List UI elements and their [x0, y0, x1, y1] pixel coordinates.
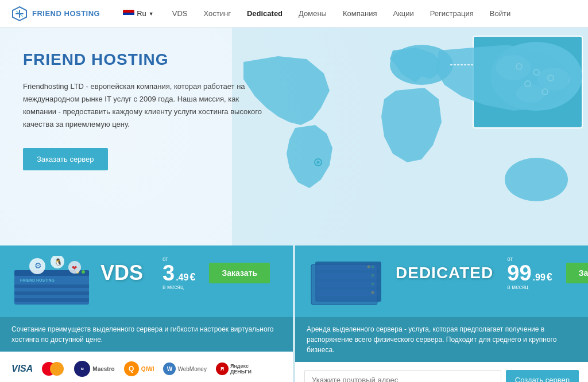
email-input[interactable] — [304, 370, 501, 382]
map-svg — [232, 28, 588, 245]
dedicated-price-period: в месяц — [507, 284, 552, 290]
logo[interactable]: FRIEND HOSTING — [11, 6, 100, 22]
dedicated-block: DEDICATED от 99 .99 € в месяц Заказать — [295, 245, 588, 382]
dedicated-title: DEDICATED — [396, 264, 493, 282]
svg-rect-41 — [311, 264, 377, 305]
nav-hosting[interactable]: Хостинг — [197, 6, 238, 21]
header: FRIEND HOSTING Ru ▼ VDS Хостинг Dedicate… — [0, 0, 588, 28]
visa-icon: VISA — [11, 364, 33, 374]
vds-order-button[interactable]: Заказать — [209, 263, 270, 283]
svg-rect-19 — [14, 284, 89, 288]
hero-section: FRIEND HOSTING Friendhosting LTD - европ… — [0, 28, 588, 245]
create-server-button[interactable]: Создать сервер — [506, 370, 579, 382]
yandex-money-icon: Я ЯндексДЕНЬГИ — [216, 362, 252, 375]
vds-price-main: 3 — [163, 262, 175, 284]
dedicated-price-decimal: .99 — [533, 272, 546, 283]
svg-point-16 — [317, 161, 320, 164]
payment-icons-bar: VISA M Maestro Q QIWI W W — [0, 352, 293, 382]
svg-rect-21 — [14, 298, 89, 302]
hero-title: FRIEND HOSTING — [23, 50, 264, 69]
dedicated-price-main: 99 — [507, 262, 531, 284]
flag-icon — [123, 10, 134, 18]
vds-price-period: в месяц — [163, 284, 195, 290]
vds-description: Сочетание преимуществ выделенного сервер… — [11, 325, 273, 344]
vds-title: VDS — [100, 261, 143, 285]
dedicated-description-bar: Аренда выделенного сервера - услуга, кот… — [295, 317, 588, 362]
lang-switcher[interactable]: Ru ▼ — [123, 9, 154, 18]
nav-company[interactable]: Компания — [336, 6, 384, 21]
nav-register[interactable]: Регистрация — [423, 6, 481, 21]
email-subscribe-bar: Создать сервер — [295, 362, 588, 382]
webmoney-icon: W WebMoney — [163, 362, 206, 375]
qiwi-icon: Q QIWI — [124, 361, 154, 376]
svg-text:⚙: ⚙ — [34, 261, 42, 270]
nav-login[interactable]: Войти — [483, 6, 517, 21]
nav-domains[interactable]: Домены — [292, 6, 334, 21]
lang-label: Ru — [137, 9, 146, 18]
svg-text:🐧: 🐧 — [54, 258, 63, 266]
vds-description-bar: Сочетание преимуществ выделенного сервер… — [0, 317, 293, 352]
vds-price-decimal: .49 — [176, 272, 188, 283]
hero-content: FRIEND HOSTING Friendhosting LTD - европ… — [23, 50, 264, 170]
dedicated-description: Аренда выделенного сервера - услуга, кот… — [307, 325, 556, 354]
svg-point-13 — [505, 158, 568, 201]
nav-vds[interactable]: VDS — [165, 6, 195, 21]
vds-server-image: FRIEND HOSTING ⚙ 🐧 ❤ — [11, 256, 95, 310]
logo-icon — [11, 6, 28, 22]
maestro-icon: M Maestro — [74, 361, 114, 377]
hero-description: Friendhosting LTD - европейская компания… — [23, 80, 264, 131]
lang-dropdown-icon: ▼ — [149, 11, 154, 17]
dedicated-order-button[interactable]: Заказать — [566, 263, 588, 283]
main-nav: Ru ▼ VDS Хостинг Dedicated Домены Компан… — [123, 6, 577, 21]
vds-block: FRIEND HOSTING ⚙ 🐧 ❤ VDS от — [0, 245, 293, 382]
vds-price-currency: € — [189, 271, 195, 283]
svg-text:❤: ❤ — [72, 264, 77, 271]
dedicated-price-currency: € — [547, 271, 552, 283]
svg-point-22 — [82, 270, 85, 274]
svg-text:FRIEND HOSTING: FRIEND HOSTING — [20, 278, 55, 282]
logo-text: FRIEND HOSTING — [32, 9, 100, 18]
world-map — [232, 28, 588, 245]
dedicated-server-image — [307, 256, 390, 310]
svg-rect-20 — [14, 291, 89, 295]
mastercard-icon — [42, 361, 65, 377]
nav-promotions[interactable]: Акции — [386, 6, 420, 21]
products-section: FRIEND HOSTING ⚙ 🐧 ❤ VDS от — [0, 245, 588, 382]
nav-dedicated[interactable]: Dedicated — [240, 6, 289, 21]
order-server-button[interactable]: Заказать сервер — [23, 148, 108, 170]
